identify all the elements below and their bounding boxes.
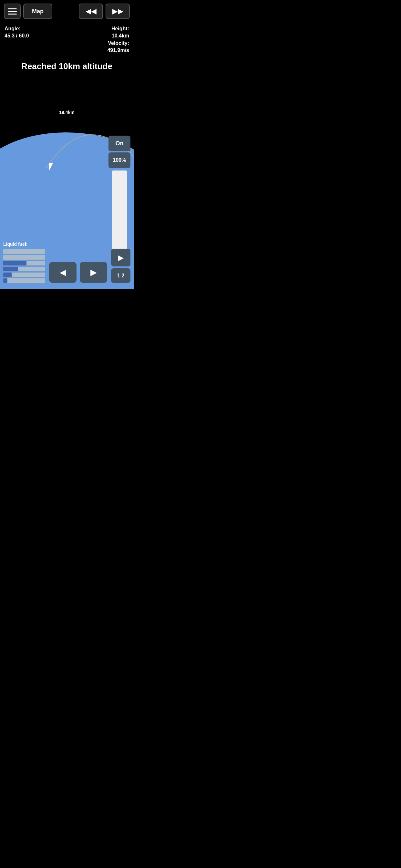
menu-button[interactable] (4, 4, 21, 19)
stats-right: Height: 10.4km Velocity: 491.9m/s (107, 25, 129, 54)
fuel-label: Liquid fuel: (3, 242, 45, 247)
distance-label: 19.4km (59, 110, 74, 115)
fuel-bars: Liquid fuel: (3, 242, 45, 283)
play-button[interactable]: ▶ (111, 249, 130, 267)
fuel-row-4 (3, 267, 45, 271)
menu-icon-line3 (8, 13, 17, 14)
fuel-row-3 (3, 261, 45, 266)
velocity-label: Velocity: (107, 40, 129, 47)
rewind-button[interactable]: ◀◀ (79, 4, 103, 19)
right-bottom-buttons: ▶ 1 2 (111, 249, 130, 283)
forward-button[interactable]: ▶▶ (105, 4, 130, 19)
fuel-row-2 (3, 255, 45, 259)
angle-label: Angle: (4, 25, 29, 32)
fuel-row-5 (3, 273, 45, 277)
fuel-fill-4 (3, 267, 18, 271)
fuel-fill-3 (3, 261, 27, 266)
velocity-value: 491.9m/s (107, 47, 129, 54)
step-forward-button[interactable]: ▶ (80, 262, 107, 283)
top-bar: Map ◀◀ ▶▶ (0, 0, 134, 23)
stats-left: Angle: 45.3 / 60.0 (4, 25, 29, 40)
main-message: Reached 10km altitude (0, 61, 134, 71)
bottom-controls: Liquid fuel: ◀ ▶ ▶ 1 2 (0, 242, 134, 283)
menu-icon-line1 (8, 8, 17, 9)
fuel-fill-2 (3, 255, 39, 259)
angle-value: 45.3 / 60.0 (4, 32, 29, 39)
fuel-fill-5 (3, 273, 11, 277)
step-back-button[interactable]: ◀ (49, 262, 76, 283)
center-buttons: ◀ ▶ (49, 262, 107, 283)
fuel-fill-6 (3, 278, 7, 283)
height-value: 10.4km (107, 32, 129, 39)
engine-on-button[interactable]: On (109, 135, 130, 151)
fuel-fill-1 (3, 249, 45, 254)
stage-button[interactable]: 1 2 (111, 268, 130, 283)
height-label: Height: (107, 25, 129, 32)
fuel-row-6 (3, 278, 45, 283)
throttle-percent-button[interactable]: 100% (109, 152, 130, 168)
fuel-row-1 (3, 249, 45, 254)
map-button[interactable]: Map (23, 4, 52, 19)
menu-icon-line2 (8, 11, 17, 12)
